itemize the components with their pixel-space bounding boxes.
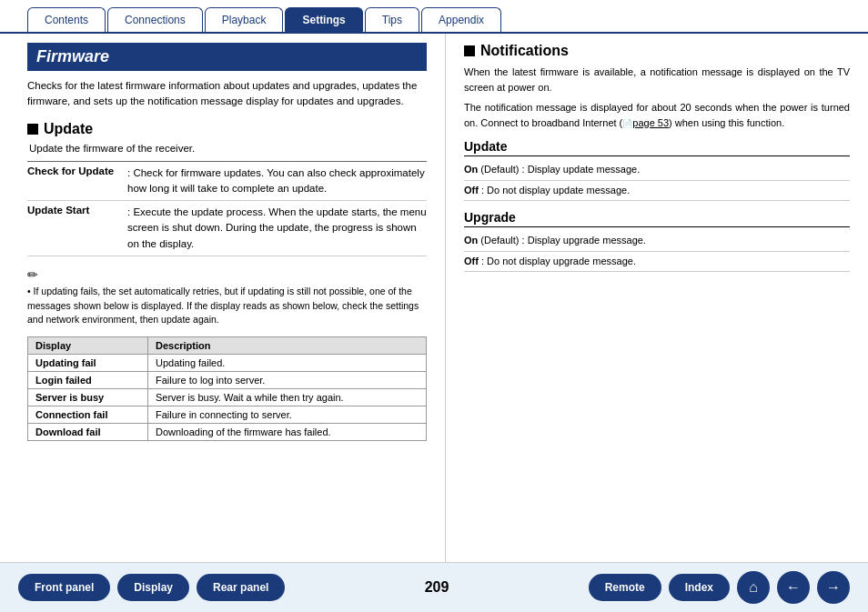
update-option-on: On (Default) : Display update message. xyxy=(464,160,850,181)
def-row-check: Check for Update : Check for firmware up… xyxy=(27,162,427,202)
intro-text: Checks for the latest firmware informati… xyxy=(27,78,427,110)
error-display: Login failed xyxy=(28,372,148,389)
update-sub: Update the firmware of the receiver. xyxy=(29,143,427,154)
content-area: Firmware Checks for the latest firmware … xyxy=(0,34,868,562)
def-term-check: Check for Update xyxy=(27,166,127,176)
tab-contents[interactable]: Contents xyxy=(27,7,106,32)
table-row: Login failedFailure to log into server. xyxy=(28,372,427,389)
error-display: Server is busy xyxy=(28,389,148,406)
page-number: 209 xyxy=(425,579,449,596)
bottom-left-buttons: Front panel Display Rear panel xyxy=(18,574,285,601)
error-desc: Failure to log into server. xyxy=(147,372,426,389)
tab-bar: Contents Connections Playback Settings T… xyxy=(0,0,868,34)
upgrade-sub-heading: Upgrade xyxy=(464,210,850,227)
note-section: ✏ • If updating fails, the set automatic… xyxy=(27,267,427,327)
def-row-start: Update Start : Execute the update proces… xyxy=(27,201,427,256)
update-option-off: Off : Do not display update message. xyxy=(464,181,850,202)
def-term-start: Update Start xyxy=(27,205,127,216)
table-row: Connection failFailure in connecting to … xyxy=(28,406,427,424)
square-bullet-icon xyxy=(27,124,38,135)
forward-icon-button[interactable]: → xyxy=(817,571,850,604)
index-button[interactable]: Index xyxy=(669,574,730,601)
error-display: Connection fail xyxy=(28,406,148,424)
notif-text-1: When the latest firmware is available, a… xyxy=(464,65,850,95)
error-desc: Updating failed. xyxy=(147,355,426,372)
right-panel: Notifications When the latest firmware i… xyxy=(446,34,868,562)
bottom-right-buttons: Remote Index ⌂ ← → xyxy=(589,571,850,604)
notif-text-2: The notification message is displayed fo… xyxy=(464,100,850,130)
upgrade-option-on: On (Default) : Display upgrade message. xyxy=(464,231,850,252)
rear-panel-button[interactable]: Rear panel xyxy=(197,574,285,601)
upgrade-option-off: Off : Do not display upgrade message. xyxy=(464,252,850,273)
display-button[interactable]: Display xyxy=(117,574,189,601)
error-display: Updating fail xyxy=(28,355,148,372)
back-icon-button[interactable]: ← xyxy=(777,571,810,604)
square-bullet-notif-icon xyxy=(464,45,475,56)
page-ref-icon: 📄 xyxy=(622,119,632,128)
def-desc-start: : Execute the update process. When the u… xyxy=(127,205,427,252)
def-desc-check: : Check for firmware updates. You can al… xyxy=(127,166,427,197)
home-icon-button[interactable]: ⌂ xyxy=(737,571,770,604)
remote-button[interactable]: Remote xyxy=(589,574,661,601)
table-row: Download failDownloading of the firmware… xyxy=(28,424,427,441)
error-desc: Server is busy. Wait a while then try ag… xyxy=(147,389,426,406)
error-desc: Downloading of the firmware has failed. xyxy=(147,424,426,441)
notifications-heading: Notifications xyxy=(464,43,850,59)
update-heading: Update xyxy=(27,121,427,137)
error-desc: Failure in connecting to server. xyxy=(147,406,426,424)
tab-tips[interactable]: Tips xyxy=(365,7,419,32)
col-display: Display xyxy=(28,337,148,355)
pencil-icon: ✏ xyxy=(27,267,427,282)
table-row: Server is busyServer is busy. Wait a whi… xyxy=(28,389,427,406)
left-panel: Firmware Checks for the latest firmware … xyxy=(0,34,446,562)
table-row: Updating failUpdating failed. xyxy=(28,355,427,372)
tab-appendix[interactable]: Appendix xyxy=(421,7,501,32)
tab-connections[interactable]: Connections xyxy=(107,7,203,32)
front-panel-button[interactable]: Front panel xyxy=(18,574,110,601)
error-table: Display Description Updating failUpdatin… xyxy=(27,336,427,441)
bottom-nav: Front panel Display Rear panel 209 Remot… xyxy=(0,562,868,612)
col-description: Description xyxy=(147,337,426,355)
firmware-title: Firmware xyxy=(27,43,427,71)
update-sub-heading: Update xyxy=(464,139,850,156)
note-text: • If updating fails, the set automatical… xyxy=(27,285,427,327)
tab-settings[interactable]: Settings xyxy=(285,7,362,32)
tab-playback[interactable]: Playback xyxy=(205,7,284,32)
error-display: Download fail xyxy=(28,424,148,441)
definitions-table: Check for Update : Check for firmware up… xyxy=(27,161,427,256)
